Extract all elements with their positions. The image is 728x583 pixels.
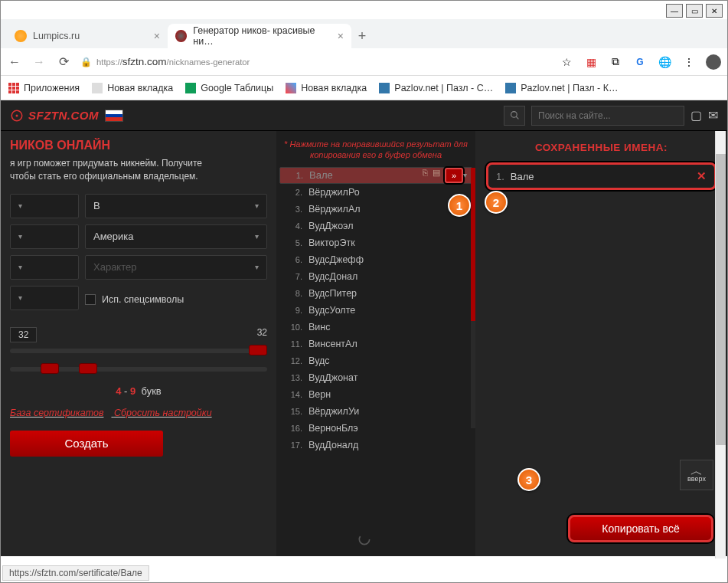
row-num: 7. [284, 272, 302, 281]
bookmark-item[interactable]: Google Таблицы [185, 83, 273, 93]
result-row[interactable]: 11.ВинсентАл [279, 336, 472, 352]
site-logo[interactable]: SFZTN.COM [10, 109, 99, 123]
row-num: 5. [284, 238, 302, 247]
ext-icon-4[interactable]: 🌐 [657, 54, 672, 70]
site-search-input[interactable] [531, 106, 684, 126]
puzzle-icon [379, 83, 390, 93]
row-num: 11. [284, 339, 302, 349]
result-row[interactable]: 16.ВернонБлэ [279, 420, 472, 437]
result-row[interactable]: 3.ВёрджилАл [279, 201, 472, 218]
win-close[interactable]: ✕ [706, 4, 723, 18]
page-scrollbar[interactable] [715, 131, 726, 558]
url-scheme: https:// [96, 57, 122, 67]
nav-fwd-icon[interactable]: → [31, 55, 47, 69]
menu-icon[interactable]: ⋮ [681, 54, 697, 70]
desc-line: я игр поможет придумать никнейм. Получит… [10, 157, 267, 170]
result-row[interactable]: 14.Верн [279, 386, 472, 403]
result-row[interactable]: 8.ВудсПитер [279, 285, 472, 302]
bm-label: Google Таблицы [201, 83, 273, 93]
count-slider[interactable] [10, 349, 267, 353]
nav-back-icon[interactable]: ← [7, 55, 22, 69]
url-input[interactable]: 🔒 https://sfztn.com/nicknames-generator [80, 56, 550, 67]
select-letter[interactable]: В [85, 194, 267, 218]
win-max[interactable]: ▭ [686, 4, 703, 18]
bookmark-item[interactable]: Pazlov.net | Пазл - К… [505, 83, 618, 93]
save-name-button[interactable]: » [445, 168, 463, 183]
row-num: 9. [284, 306, 302, 315]
select-country[interactable]: Америка [85, 224, 267, 249]
favicon-red [175, 30, 187, 42]
cert-db-link[interactable]: База сертификатов [10, 408, 103, 418]
apps-button[interactable]: Приложения [8, 83, 80, 93]
win-min[interactable]: — [666, 4, 683, 18]
mail-icon[interactable]: ✉ [708, 108, 718, 123]
ext-icon-3[interactable]: G [632, 54, 648, 70]
result-row[interactable]: 13.ВудДжонат [279, 369, 472, 386]
slider-handle-max[interactable] [79, 363, 97, 374]
bookmark-item[interactable]: Новая вкладка [92, 83, 173, 93]
row-num: 13. [284, 373, 302, 382]
svg-point-4 [359, 534, 369, 544]
tab-strip: Lumpics.ru × Генератор ников- красивые н… [1, 19, 727, 48]
copy-all-button[interactable]: Копировать всё [568, 515, 713, 542]
create-button[interactable]: Создать [10, 431, 163, 457]
length-slider[interactable] [10, 367, 267, 372]
nav-reload-icon[interactable]: ⟳ [56, 54, 71, 69]
result-row[interactable]: 6.ВудсДжефф [279, 251, 472, 268]
select-character[interactable]: Характер [85, 255, 267, 280]
special-chars-checkbox[interactable] [85, 294, 96, 305]
saved-num: 1. [496, 171, 504, 182]
select-left-1[interactable] [10, 194, 79, 218]
slider-handle[interactable] [249, 345, 267, 355]
saved-title: СОХРАНЕННЫЕ ИМЕНА: [486, 142, 717, 153]
target-icon [10, 109, 24, 123]
select-left-3[interactable] [10, 255, 79, 280]
row-num: 17. [284, 441, 302, 450]
bookmark-item[interactable]: Новая вкладка [286, 83, 367, 93]
select-left-2[interactable] [10, 224, 79, 249]
bookmark-item[interactable]: Pazlov.net | Пазл - С… [379, 83, 493, 93]
row-name: Вале [309, 169, 333, 181]
delete-icon[interactable]: ✕ [697, 169, 707, 183]
saved-item[interactable]: 1. Вале ✕ [486, 162, 717, 190]
bookmarks-bar: Приложения Новая вкладка Google Таблицы … [1, 76, 727, 100]
rss-icon[interactable]: ▢ [690, 108, 702, 123]
search-button[interactable] [504, 106, 525, 126]
scroll-thumb[interactable] [716, 154, 726, 445]
reset-link[interactable]: Сбросить настройки [114, 408, 212, 418]
result-row[interactable]: 17.ВудДоналд [279, 437, 472, 454]
close-icon[interactable]: × [154, 30, 160, 42]
scroll-top-button[interactable]: ︿ вверх [680, 460, 713, 490]
ext-icon-1[interactable]: ▦ [583, 54, 599, 70]
tab-lumpics[interactable]: Lumpics.ru × [7, 24, 168, 48]
result-row[interactable]: 2.ВёрджилРо [279, 184, 472, 201]
result-row[interactable]: 7.ВудсДонал [279, 268, 472, 285]
flag-ru-icon[interactable] [105, 110, 123, 122]
results-panel: * Нажмите на понравившийся результат для… [276, 131, 475, 556]
result-row[interactable]: 1.Вале⎘▤» [279, 167, 472, 184]
result-row[interactable]: 4.ВудДжоэл [279, 218, 472, 234]
result-row[interactable]: 10.Винс [279, 319, 472, 336]
row-num: 1. [285, 171, 303, 180]
page-icon [286, 83, 296, 93]
url-bar: ← → ⟳ 🔒 https://sfztn.com/nicknames-gene… [1, 48, 727, 76]
star-icon[interactable]: ☆ [559, 54, 574, 70]
copy-icon[interactable]: ⎘ [423, 168, 428, 183]
result-row[interactable]: 5.ВикторЭтк [279, 234, 472, 251]
result-row[interactable]: 15.ВёрджилУи [279, 403, 472, 420]
result-row[interactable]: 12.Вудс [279, 352, 472, 369]
count-max: 32 [257, 327, 267, 338]
svg-line-3 [516, 116, 518, 119]
page-content: SFZTN.COM ▢ ✉ НИКОВ ОНЛАЙН я игр поможет… [1, 100, 727, 556]
tab-generator[interactable]: Генератор ников- красивые ни… × [168, 24, 351, 48]
new-tab-button[interactable]: + [351, 25, 373, 47]
cert-icon[interactable]: ▤ [433, 168, 440, 183]
slider-handle-min[interactable] [41, 363, 59, 374]
close-icon[interactable]: × [338, 30, 344, 42]
row-name: ВудсПитер [309, 288, 357, 299]
ext-icon-2[interactable]: ⧉ [608, 54, 623, 70]
bm-label: Новая вкладка [107, 83, 173, 93]
result-row[interactable]: 9.ВудсУолте [279, 302, 472, 319]
avatar[interactable] [706, 54, 721, 70]
select-left-4[interactable] [10, 286, 79, 310]
